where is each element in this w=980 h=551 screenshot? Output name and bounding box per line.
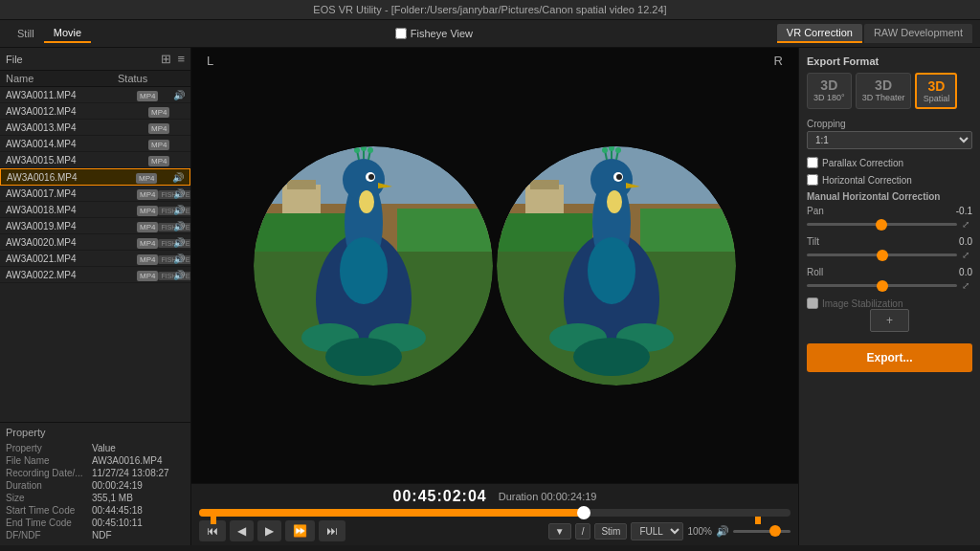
format-3dtheater-button[interactable]: 3D 3D Theater: [856, 73, 912, 109]
manual-correction-section: Manual Horizontal Correction Pan -0.1 ⤢ …: [807, 191, 972, 292]
svg-point-15: [354, 147, 360, 153]
window-title: EOS VR Utility - [Folder:/Users/janrybar…: [313, 4, 666, 15]
progress-fill: [199, 509, 584, 517]
cropping-label: Cropping: [807, 119, 972, 129]
tab-still[interactable]: Still: [8, 25, 44, 42]
fisheye-checkbox[interactable]: [395, 28, 407, 39]
right-panel: Export Format 3D 3D 180° 3D 3D Theater 3…: [798, 48, 980, 545]
property-title: Property: [6, 427, 185, 438]
tab-vr-correction[interactable]: VR Correction: [777, 24, 862, 43]
lr-labels: L R: [191, 54, 798, 68]
file-name-10: AW3A0021.MP4: [6, 253, 137, 264]
prop-col-value: Value: [92, 443, 185, 453]
list-icon[interactable]: ≡: [177, 52, 185, 66]
prop-val-2: 00:00:24:19: [92, 480, 185, 491]
add-button[interactable]: +: [870, 309, 909, 332]
skip-end-button[interactable]: ⏭: [319, 520, 345, 541]
pan-slider[interactable]: [807, 223, 957, 226]
horizontal-checkbox[interactable]: [807, 174, 818, 186]
next-frame-button[interactable]: ⏩: [285, 520, 315, 541]
file-item-0[interactable]: AW3A0011.MP4MP4🔊: [0, 87, 190, 103]
file-item-1[interactable]: AW3A0012.MP4MP4: [0, 103, 190, 120]
tab-movie[interactable]: Movie: [44, 24, 91, 43]
prop-val-6: NDF: [92, 530, 185, 540]
prop-row-5: End Time Code00:45:10:11: [6, 517, 185, 529]
volume-slider[interactable]: [733, 530, 791, 533]
mark-in-btn[interactable]: ▼: [548, 523, 571, 540]
file-name-8: AW3A0019.MP4: [6, 221, 137, 231]
export-button[interactable]: Export...: [807, 343, 972, 372]
file-icons-8: 🔊: [173, 221, 185, 231]
mark-out-btn[interactable]: /: [575, 523, 591, 540]
speaker-icon-5: 🔊: [172, 172, 184, 183]
timecode-display: 00:45:02:04: [393, 488, 487, 505]
tab-bar: Still Movie Fisheye View VR Correction R…: [0, 20, 980, 48]
file-item-3[interactable]: AW3A0014.MP4MP4: [0, 136, 190, 152]
file-item-5[interactable]: AW3A0016.MP4MP4🔊: [0, 168, 190, 186]
tilt-reset-button[interactable]: ⤢: [959, 249, 972, 261]
file-status-4: MP4: [148, 154, 185, 165]
pan-slider-row: ⤢: [807, 218, 972, 231]
title-bar: EOS VR Utility - [Folder:/Users/janrybar…: [0, 0, 980, 20]
tilt-slider[interactable]: [807, 253, 957, 256]
file-list-header: Name Status: [0, 71, 190, 87]
cropping-select[interactable]: 1:116:94:3: [807, 131, 972, 149]
format-spatial-button[interactable]: 3D Spatial: [915, 73, 957, 109]
progress-thumb[interactable]: [577, 506, 590, 519]
file-panel-icons: ⊞ ≡: [161, 52, 185, 66]
format-3d180-icon: 3D: [820, 77, 837, 93]
file-status-8: MP4FISHEYE: [137, 220, 173, 231]
prop-val-1: 11/27/24 13:08:27: [92, 468, 185, 478]
duration-label: Duration 00:00:24:19: [499, 491, 597, 502]
prop-row-2: Duration00:00:24:19: [6, 479, 185, 492]
file-icons-0: 🔊: [173, 90, 185, 100]
svg-point-38: [616, 174, 622, 180]
play-button[interactable]: ▶: [257, 520, 281, 541]
file-item-10[interactable]: AW3A0021.MP4MP4FISHEYE🔊: [0, 251, 190, 267]
file-item-8[interactable]: AW3A0019.MP4MP4FISHEYE🔊: [0, 218, 190, 234]
img-stab-label: Image Stabilization: [822, 298, 903, 309]
file-item-4[interactable]: AW3A0015.MP4MP4: [0, 152, 190, 168]
img-stab-checkbox: [807, 298, 818, 309]
file-name-1: AW3A0012.MP4: [6, 106, 148, 117]
svg-rect-7: [397, 209, 493, 252]
prop-row-4: Start Time Code00:44:45:18: [6, 504, 185, 517]
file-item-2[interactable]: AW3A0013.MP4MP4: [0, 120, 190, 136]
svg-point-22: [325, 338, 402, 376]
export-format-title: Export Format: [807, 55, 972, 67]
tilt-value: 0.0: [944, 236, 972, 247]
manual-correction-title: Manual Horizontal Correction: [807, 191, 972, 202]
main-layout: File ⊞ ≡ Name Status AW3A0011.MP4MP4🔊AW3…: [0, 48, 980, 545]
parallax-label: Parallax Correction: [822, 158, 903, 168]
svg-point-44: [615, 147, 621, 153]
format-3d180-button[interactable]: 3D 3D 180°: [807, 73, 852, 109]
bottom-controls: ⏮ ◀ ▶ ⏩ ⏭ ▼ / Stim FULL1/21/4 100% 🔊: [199, 520, 791, 541]
prop-col-property: Property: [6, 443, 92, 453]
fisheye-view-toggle[interactable]: Fisheye View: [395, 28, 473, 39]
file-icons-5: 🔊: [172, 172, 184, 183]
roll-label: Roll: [807, 267, 823, 277]
quality-select[interactable]: FULL1/21/4: [631, 522, 683, 540]
roll-slider[interactable]: [807, 284, 957, 287]
pan-group: Pan -0.1 ⤢: [807, 206, 972, 231]
prop-val-5: 00:45:10:11: [92, 518, 185, 528]
file-item-6[interactable]: AW3A0017.MP4MP4FISHEYE🔊: [0, 186, 190, 202]
parallax-checkbox[interactable]: [807, 157, 818, 168]
progress-bar[interactable]: [199, 509, 791, 517]
pan-reset-button[interactable]: ⤢: [959, 218, 972, 231]
file-item-7[interactable]: AW3A0018.MP4MP4FISHEYE🔊: [0, 202, 190, 218]
grid-icon[interactable]: ⊞: [161, 52, 171, 66]
tab-raw-development[interactable]: RAW Development: [864, 24, 972, 43]
roll-reset-button[interactable]: ⤢: [959, 279, 972, 292]
svg-point-47: [573, 338, 650, 376]
svg-rect-30: [530, 180, 559, 189]
speaker-icon-0: 🔊: [173, 90, 185, 100]
prev-frame-button[interactable]: ◀: [230, 520, 254, 541]
speaker-icon-10: 🔊: [173, 253, 185, 264]
speaker-icon-9: 🔊: [173, 237, 185, 248]
speaker-icon-8: 🔊: [173, 221, 185, 231]
file-item-11[interactable]: AW3A0022.MP4MP4FISHEYE🔊: [0, 267, 190, 283]
file-name-6: AW3A0017.MP4: [6, 188, 137, 199]
pan-label-row: Pan -0.1: [807, 206, 972, 216]
file-item-9[interactable]: AW3A0020.MP4MP4FISHEYE🔊: [0, 234, 190, 251]
